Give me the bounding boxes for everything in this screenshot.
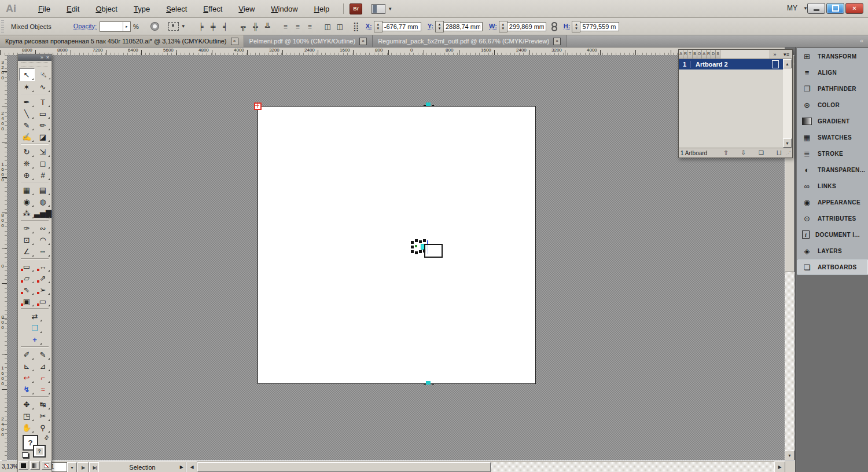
plugin-add-anchor-tool[interactable]: ⇖ — [20, 284, 34, 295]
workspace-name[interactable]: MY — [787, 4, 797, 12]
distribute-h-space-icon[interactable]: ◫ — [322, 21, 334, 32]
scroll-down-icon[interactable]: ▼ — [783, 138, 792, 148]
vertical-align-center-icon[interactable]: ╬ — [249, 21, 262, 32]
eraser-tool[interactable]: ◪ — [36, 131, 50, 142]
field-input-h[interactable] — [580, 22, 619, 31]
dock-button-pathfinder[interactable]: ❐PATHFINDER — [797, 81, 868, 97]
spacing-tool[interactable]: ↹ — [36, 398, 50, 410]
horizontal-scrollbar[interactable] — [197, 462, 775, 472]
horizontal-align-left-icon[interactable]: ╞ — [195, 21, 207, 32]
scroll-right-icon[interactable]: ▶ — [774, 462, 785, 472]
dock-button-transform[interactable]: ⊞TRANSFORM — [797, 48, 868, 64]
horizontal-align-right-icon[interactable]: ╡ — [219, 21, 231, 32]
chevron-down-icon[interactable]: ▼ — [388, 6, 392, 12]
scale-tool[interactable]: ⇲ — [36, 146, 50, 158]
artboard-list-body[interactable] — [679, 69, 784, 148]
calligraphic-brush-tool[interactable]: ✑ — [20, 222, 34, 234]
chevron-right-icon[interactable]: ▶ — [180, 464, 183, 470]
link-icon[interactable] — [552, 22, 557, 31]
dock-button-links[interactable]: ∞LINKS — [797, 178, 868, 194]
spinner-control[interactable]: ▲▼ — [499, 21, 507, 32]
artboard-navigation-combo[interactable]: 1 ▼ — [49, 462, 77, 472]
close-icon[interactable]: × — [46, 55, 49, 60]
plugin-select-plus-tool[interactable]: ➢ — [36, 284, 50, 295]
new-artboard-icon[interactable]: ❏ — [759, 149, 764, 156]
dock-button-attributes[interactable]: ⊙ATTRIBUTES — [797, 210, 868, 226]
rectangle-tool[interactable]: ▭ — [36, 108, 50, 119]
zoom-tool[interactable]: ⚲ — [36, 422, 50, 433]
selected-rectangle[interactable] — [424, 244, 443, 258]
chevron-down-icon[interactable]: ▼ — [67, 462, 77, 472]
next-artboard-icon[interactable]: ▶ — [78, 462, 89, 472]
bridge-button[interactable]: Br — [350, 3, 362, 14]
move-up-icon[interactable]: ⇧ — [723, 149, 728, 156]
page-tool[interactable]: ⇄ — [28, 310, 42, 322]
field-input-w[interactable] — [507, 22, 546, 31]
reference-point-locator[interactable]: ⣿ — [353, 24, 359, 30]
dock-button-swatches[interactable]: ▦SWATCHES — [797, 129, 868, 145]
dock-button-artboards[interactable]: ❏ARTBOARDS — [797, 259, 868, 275]
swap-fill-stroke-icon[interactable]: ⇄ — [42, 434, 50, 442]
document-tab[interactable]: Крупа рисовая пропаренная 5 пак 450г 110… — [0, 35, 244, 47]
dock-button-document-info[interactable]: iDOCUMENT I... — [797, 226, 868, 243]
plugin-rect-tool[interactable]: ▭ — [20, 261, 34, 272]
artboard[interactable] — [258, 106, 536, 384]
field-input-x[interactable] — [382, 22, 421, 31]
lasso-tool[interactable]: ∿ — [36, 81, 50, 93]
color-button[interactable] — [19, 461, 28, 470]
panel-grip[interactable] — [21, 62, 48, 67]
plugin-hook-tool[interactable]: ↩ — [20, 372, 34, 383]
status-indicator[interactable]: Selection ▶ — [98, 462, 186, 472]
minimize-button[interactable] — [807, 3, 825, 14]
field-input-y[interactable] — [444, 22, 483, 31]
distribute-center-icon[interactable]: ≡ — [292, 21, 304, 32]
distribute-top-icon[interactable]: ≡ — [279, 21, 292, 32]
scroll-up-icon[interactable]: ▲ — [783, 59, 792, 68]
move-down-icon[interactable]: ⇩ — [741, 149, 746, 156]
menu-effect[interactable]: Effect — [195, 5, 230, 13]
ruler-origin-marker[interactable] — [254, 103, 262, 110]
delete-artboard-icon[interactable]: ⨆ — [777, 149, 781, 156]
perspective-grid-tool[interactable]: # — [36, 169, 50, 181]
shape-builder-tool[interactable]: ⊕ — [20, 169, 34, 181]
distribute-bottom-icon[interactable]: ≡ — [304, 21, 316, 32]
dock-button-stroke[interactable]: ≣STROKE — [797, 145, 868, 162]
rotate-tool[interactable]: ↻ — [20, 146, 34, 158]
plugin-parallelogram-tool[interactable]: ▱ — [20, 272, 34, 284]
line-segment-tool[interactable]: ╲ — [20, 108, 34, 119]
paintbrush-tool[interactable]: ✎ — [20, 119, 34, 131]
plugin-anchor-box-tool[interactable]: ▣ — [20, 295, 34, 307]
spinner-control[interactable]: ▲▼ — [374, 21, 382, 32]
selection-tool[interactable]: ↖ — [19, 68, 35, 81]
document-tab[interactable]: Pelmeni.pdf @ 100% (CMYK/Outline)× — [244, 35, 373, 47]
collapse-icon[interactable]: » — [41, 55, 43, 60]
panel-tab-strip[interactable]: ARTBOARDS » ▾≡ — [679, 50, 792, 59]
panel-scrollbar[interactable]: ▲ ▼ — [783, 59, 792, 148]
menu-type[interactable]: Type — [126, 5, 158, 13]
panel-menu-icon[interactable]: ▾≡ — [781, 50, 792, 58]
plugin-wave-tool[interactable]: ≈ — [36, 383, 50, 395]
chevron-down-icon[interactable]: ▼ — [181, 24, 186, 29]
rotate-view-tool[interactable]: ✥ — [20, 398, 34, 410]
artboard-list-row[interactable]: 1 Artboard 2 — [679, 59, 784, 69]
transform-reference-icon[interactable] — [168, 22, 179, 31]
plugin-3d-box-tool[interactable]: ❒ — [28, 322, 42, 334]
type-tool[interactable]: T — [36, 96, 50, 108]
plugin-knife-a-tool[interactable]: ✐ — [20, 349, 34, 360]
menu-help[interactable]: Help — [306, 5, 338, 13]
zoom-level[interactable]: 3,13% — [2, 463, 18, 470]
scroll-left-icon[interactable]: ◀ — [186, 462, 197, 472]
menu-select[interactable]: Select — [158, 5, 195, 13]
tab-overflow-icon[interactable]: « — [860, 37, 863, 44]
menu-file[interactable]: File — [30, 5, 58, 13]
horizontal-ruler[interactable]: 8800800072006400560048004000320024001600… — [0, 47, 785, 56]
menu-edit[interactable]: Edit — [58, 5, 87, 13]
dock-button-appearance[interactable]: ◉APPEARANCE — [797, 194, 868, 210]
plugin-width-tool[interactable]: ↔ — [36, 261, 50, 272]
shear-tool[interactable]: ∠ — [20, 246, 34, 257]
panel-grip[interactable] — [1, 20, 4, 33]
resize-grip-icon[interactable]: ⋰ — [786, 151, 790, 156]
menu-window[interactable]: Window — [263, 5, 306, 13]
menu-object[interactable]: Object — [87, 5, 126, 13]
workspace-icon[interactable] — [372, 4, 385, 14]
